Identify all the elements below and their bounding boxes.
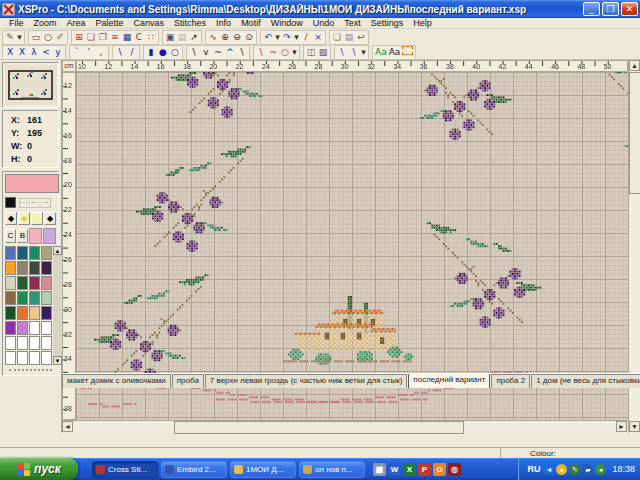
palette-color-0-0[interactable] [5,246,16,260]
tray-icon-1[interactable]: ● [556,464,567,475]
copy-design[interactable]: ❏ [331,32,343,44]
scroll-left-button[interactable]: ◄ [62,421,73,432]
bead-outline[interactable]: ○ [169,46,181,58]
quick-launch-icon-4[interactable]: O [433,463,446,476]
quick-launch-icon-3[interactable]: P [418,463,431,476]
scroll-down-button[interactable]: ▼ [629,421,640,432]
palette-header-swatch-1[interactable] [43,228,56,244]
menu-item-area[interactable]: Area [62,18,91,28]
copy-motif[interactable]: ❏ [85,32,97,44]
task-button-0[interactable]: Cross Sti... [92,461,158,478]
start-button[interactable]: пуск [0,458,78,480]
repeat-pattern[interactable]: ▦ [121,32,133,44]
language-indicator[interactable]: RU [527,464,540,474]
redo[interactable]: ↷ [281,32,293,44]
palette-color-2-3[interactable] [41,276,52,290]
grid-view[interactable]: ▣ [164,32,176,44]
menu-item-text[interactable]: Text [339,18,366,28]
palette-color-3-2[interactable] [29,291,40,305]
palette-color-5-1[interactable] [17,321,28,335]
redo-dropdown[interactable]: ▾ [293,32,300,44]
palette-color-6-3[interactable] [41,336,52,350]
knot-tool[interactable]: ◫ [305,46,317,58]
menu-item-palette[interactable]: Palette [91,18,129,28]
page-tab-0[interactable]: макет домик с оливочками [62,374,171,388]
tray-icon-3[interactable]: ▰ [582,464,593,475]
blend-mode-button[interactable]: B [17,229,28,243]
palette-color-4-3[interactable] [41,306,52,320]
palette-color-0-3[interactable] [41,246,52,260]
palette-color-4-2[interactable] [29,306,40,320]
palette-scroll-down[interactable]: ▼ [53,356,62,365]
palette-color-2-1[interactable] [17,276,28,290]
double-stitch[interactable]: X [16,46,28,58]
palette-color-3-3[interactable] [41,291,52,305]
dashed-region-tool[interactable] [401,46,414,58]
horizontal-scrollbar[interactable]: ◄ ► [62,420,628,433]
backstitch-curve[interactable]: ~ [212,46,224,58]
import-page[interactable]: ↩ [355,32,367,44]
current-color-swatch[interactable] [5,174,59,193]
palette-color-7-0[interactable] [5,351,16,365]
palette-header-swatch-0[interactable] [29,228,42,244]
page-tab-5[interactable]: 1 дом (не весь для стыковки) [531,374,640,388]
palette-color-1-2[interactable] [29,261,40,275]
longstitch-dropdown[interactable]: ▾ [360,46,367,58]
menu-item-undo[interactable]: Undo [308,18,340,28]
longstitch-pen-2[interactable]: \ [348,46,360,58]
special-stitch-dropdown[interactable]: ▾ [291,46,298,58]
zoom-in[interactable]: ⊕ [219,32,231,44]
palette-color-0-1[interactable] [17,246,28,260]
quick-launch-icon-2[interactable]: X [403,463,416,476]
palette-color-7-2[interactable] [29,351,40,365]
palette-color-2-0[interactable] [5,276,16,290]
petite-mark-1[interactable]: ` [71,46,83,58]
palette-color-1-0[interactable] [5,261,16,275]
diagonal-stitch-left[interactable]: \ [114,46,126,58]
backstitch-v[interactable]: v [200,46,212,58]
select-ellipse[interactable]: ○ [42,32,54,44]
page-tab-1[interactable]: проба [172,374,204,388]
menu-item-stitches[interactable]: Stitches [169,18,211,28]
paste-motif[interactable]: ❐ [97,32,109,44]
special-stitch-arc[interactable]: ~ [267,46,279,58]
palette-color-7-1[interactable] [17,351,28,365]
palette-scroll-up[interactable]: ▲ [53,246,62,255]
design-preview[interactable] [2,62,59,108]
chart-view[interactable]: ▤ [176,32,188,44]
menu-item-file[interactable]: File [4,18,29,28]
menu-item-help[interactable]: Help [408,18,437,28]
tray-icon-4[interactable]: ● [595,464,606,475]
rotate-motif[interactable]: C [133,32,145,44]
undo-dropdown[interactable]: ▾ [274,32,281,44]
quarter-stitch[interactable]: < [40,46,52,58]
palette-scrollbar[interactable]: ▲ ▼ [53,246,62,365]
minimize-button[interactable]: _ [583,2,600,16]
text-tool[interactable]: Aa [388,46,402,58]
backstitch-thick[interactable]: \ [236,46,248,58]
color-mode-back[interactable]: ◆ [44,212,56,225]
special-stitch-circle[interactable]: ○ [279,46,291,58]
tray-icon-2[interactable]: ✎ [569,464,580,475]
menu-item-settings[interactable]: Settings [366,18,409,28]
palette-color-4-0[interactable] [5,306,16,320]
petite-mark-2[interactable]: ' [83,46,95,58]
full-cross-stitch[interactable]: X [4,46,16,58]
petite-mark-3[interactable]: , [95,46,107,58]
menu-item-window[interactable]: Window [266,18,308,28]
bead-filled[interactable]: ● [157,46,169,58]
palette-color-6-2[interactable] [29,336,40,350]
menu-item-info[interactable]: Info [211,18,236,28]
select-edit-pencil[interactable]: ✐ [54,32,66,44]
task-button-1[interactable]: Embird 2... [161,461,227,478]
page-tab-2[interactable]: 7 верхн левая гроздь (с частью ниж ветки… [205,374,408,388]
three-quarter-stitch[interactable]: λ [28,46,40,58]
palette-color-6-0[interactable] [5,336,16,350]
page-tab-3[interactable]: последний вариант [408,373,490,388]
palette-color-3-0[interactable] [5,291,16,305]
hatch-tool[interactable]: ▨ [317,46,329,58]
design-canvas[interactable] [76,72,628,420]
task-button-2[interactable]: 1МОИ Д... [230,461,296,478]
palette-color-5-2[interactable] [29,321,40,335]
align-motif[interactable]: ≡ [109,32,121,44]
